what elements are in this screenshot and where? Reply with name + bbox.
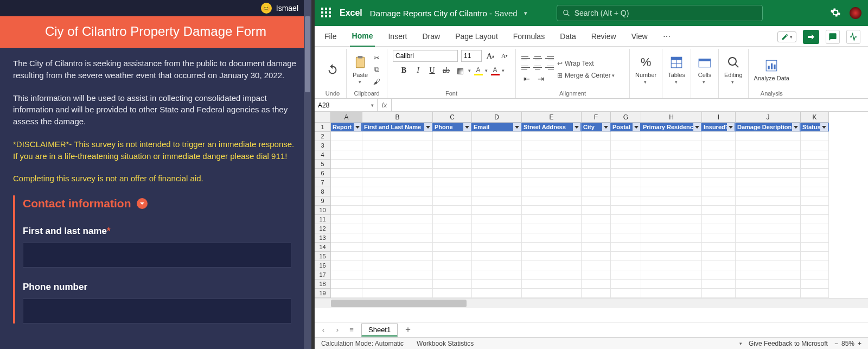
cell-F11[interactable] xyxy=(582,215,611,224)
cell-H16[interactable] xyxy=(641,261,702,270)
cell-E4[interactable] xyxy=(522,150,582,160)
row-head-18[interactable]: 18 xyxy=(315,280,331,289)
filter-icon[interactable] xyxy=(513,123,521,131)
cell-J5[interactable] xyxy=(736,160,801,169)
row-head-19[interactable]: 19 xyxy=(315,289,331,298)
activity-button[interactable] xyxy=(846,30,860,44)
cells-button[interactable]: Cells▾ xyxy=(697,54,713,85)
cell-D16[interactable] xyxy=(472,261,522,270)
cell-H12[interactable] xyxy=(641,224,702,233)
cell-K13[interactable] xyxy=(801,233,829,243)
cell-I8[interactable] xyxy=(702,187,736,196)
cell-G13[interactable] xyxy=(611,233,641,243)
font-name-select[interactable] xyxy=(393,50,458,62)
cell-E7[interactable] xyxy=(522,178,582,187)
cell-B12[interactable] xyxy=(362,224,433,233)
cell-D18[interactable] xyxy=(472,280,522,289)
row-head-8[interactable]: 8 xyxy=(315,187,331,196)
cell-D15[interactable] xyxy=(472,252,522,261)
number-button[interactable]: %Number▾ xyxy=(635,54,656,85)
cell-G5[interactable] xyxy=(611,160,641,169)
cell-C15[interactable] xyxy=(433,252,472,261)
cell-D2[interactable] xyxy=(472,132,522,141)
cell-D19[interactable] xyxy=(472,289,522,298)
tables-button[interactable]: Tables▾ xyxy=(668,54,685,85)
filter-icon[interactable] xyxy=(354,123,361,131)
cell-F5[interactable] xyxy=(582,160,611,169)
sheet-tab-sheet1[interactable]: Sheet1 xyxy=(361,323,398,337)
tab-review[interactable]: Review xyxy=(589,29,618,46)
zoom-out-button[interactable]: − xyxy=(834,340,838,347)
cell-F3[interactable] xyxy=(582,141,611,150)
align-top-left[interactable] xyxy=(521,55,531,62)
workbook-stats[interactable]: Workbook Statistics xyxy=(417,340,474,347)
row-head-9[interactable]: 9 xyxy=(315,196,331,206)
filter-icon[interactable] xyxy=(727,123,735,131)
cell-G8[interactable] xyxy=(611,187,641,196)
user-avatar[interactable] xyxy=(850,7,861,19)
cell-G17[interactable] xyxy=(611,270,641,280)
cell-K2[interactable] xyxy=(801,132,829,141)
tab-home[interactable]: Home xyxy=(350,28,375,47)
cell-H17[interactable] xyxy=(641,270,702,280)
cell-F16[interactable] xyxy=(582,261,611,270)
cell-E12[interactable] xyxy=(522,224,582,233)
cell-J3[interactable] xyxy=(736,141,801,150)
cell-F8[interactable] xyxy=(582,187,611,196)
cell-B10[interactable] xyxy=(362,206,433,215)
cell-A2[interactable] xyxy=(331,132,362,141)
cell-K7[interactable] xyxy=(801,178,829,187)
col-head-H[interactable]: H xyxy=(641,112,702,123)
col-head-D[interactable]: D xyxy=(472,112,522,123)
feedback-link[interactable]: Give Feedback to Microsoft xyxy=(749,340,828,347)
cell-C10[interactable] xyxy=(433,206,472,215)
cell-I3[interactable] xyxy=(702,141,736,150)
cell-H15[interactable] xyxy=(641,252,702,261)
tab-formulas[interactable]: Formulas xyxy=(511,29,547,46)
cell-A7[interactable] xyxy=(331,178,362,187)
phone-input[interactable] xyxy=(23,299,291,323)
cell-K12[interactable] xyxy=(801,224,829,233)
cell-D12[interactable] xyxy=(472,224,522,233)
row-head-13[interactable]: 13 xyxy=(315,233,331,243)
cell-B19[interactable] xyxy=(362,289,433,298)
cell-C4[interactable] xyxy=(433,150,472,160)
cell-G6[interactable] xyxy=(611,169,641,178)
cell-J18[interactable] xyxy=(736,280,801,289)
all-sheets-button[interactable]: ≡ xyxy=(347,326,356,334)
cell-H6[interactable] xyxy=(641,169,702,178)
cell-C18[interactable] xyxy=(433,280,472,289)
cell-G14[interactable] xyxy=(611,243,641,252)
cell-E10[interactable] xyxy=(522,206,582,215)
cell-K9[interactable] xyxy=(801,196,829,206)
filter-icon[interactable] xyxy=(463,123,471,131)
cell-A9[interactable] xyxy=(331,196,362,206)
cell-G10[interactable] xyxy=(611,206,641,215)
font-color-button[interactable]: A xyxy=(491,66,500,75)
tab-view[interactable]: View xyxy=(629,29,650,46)
row-head-6[interactable]: 6 xyxy=(315,169,331,178)
cell-B14[interactable] xyxy=(362,243,433,252)
cell-B17[interactable] xyxy=(362,270,433,280)
search-box[interactable]: Search (Alt + Q) xyxy=(557,5,763,21)
cell-A12[interactable] xyxy=(331,224,362,233)
collapse-icon[interactable] xyxy=(137,198,148,209)
cell-B8[interactable] xyxy=(362,187,433,196)
cell-K1[interactable]: Status xyxy=(801,123,829,132)
tab-insert[interactable]: Insert xyxy=(386,29,409,46)
cell-H19[interactable] xyxy=(641,289,702,298)
cell-I18[interactable] xyxy=(702,280,736,289)
cell-B1[interactable]: First and Last Name xyxy=(362,123,433,132)
undo-button[interactable] xyxy=(324,61,341,78)
cell-I17[interactable] xyxy=(702,270,736,280)
cell-J9[interactable] xyxy=(736,196,801,206)
cell-F6[interactable] xyxy=(582,169,611,178)
tab-draw[interactable]: Draw xyxy=(420,29,442,46)
bold-button[interactable]: B xyxy=(399,65,410,76)
cell-B6[interactable] xyxy=(362,169,433,178)
row-head-3[interactable]: 3 xyxy=(315,141,331,150)
cell-I10[interactable] xyxy=(702,206,736,215)
cell-G1[interactable]: Postal xyxy=(611,123,641,132)
cell-E6[interactable] xyxy=(522,169,582,178)
cell-H3[interactable] xyxy=(641,141,702,150)
